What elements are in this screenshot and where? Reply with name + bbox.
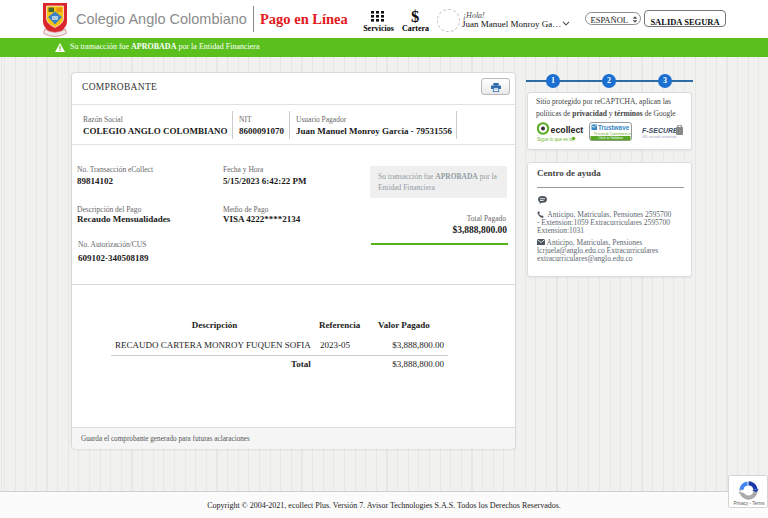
svg-text:Trustwave: Trustwave xyxy=(598,124,630,131)
svg-text:Click to Validate: Click to Validate xyxy=(598,136,623,140)
svg-text:Sigue lo que es tú: Sigue lo que es tú xyxy=(537,137,574,142)
svg-text:F-SECURE: F-SECURE xyxy=(642,127,678,134)
svg-text:SSL secured connection: SSL secured connection xyxy=(642,135,677,139)
svg-text:ecollect: ecollect xyxy=(551,125,584,135)
svg-text:Trusted Commerce: Trusted Commerce xyxy=(594,131,632,136)
